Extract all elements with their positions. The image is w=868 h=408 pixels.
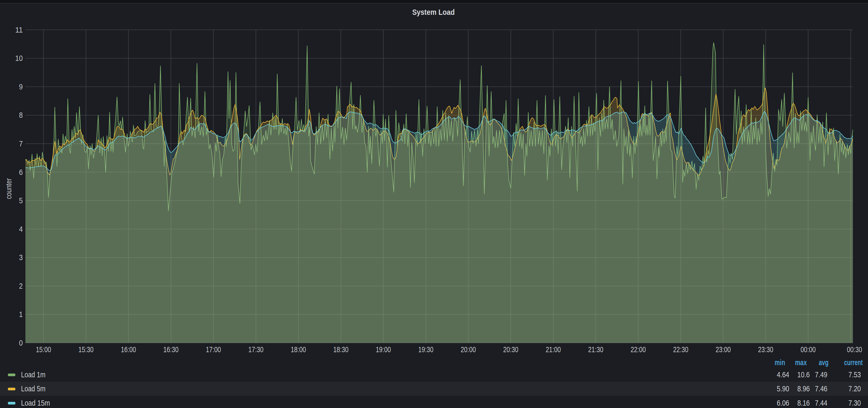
svg-text:2: 2 [19,282,23,290]
svg-text:16:30: 16:30 [163,345,179,354]
svg-text:7.53: 7.53 [848,370,861,379]
svg-text:22:30: 22:30 [673,345,688,354]
svg-text:counter: counter [4,178,13,199]
svg-text:7.20: 7.20 [848,384,861,393]
svg-text:4.64: 4.64 [777,370,789,379]
svg-text:10.6: 10.6 [797,370,810,379]
svg-text:6.06: 6.06 [777,399,789,407]
svg-text:9: 9 [19,82,23,91]
svg-text:7.46: 7.46 [815,384,828,393]
svg-text:10: 10 [16,54,23,62]
svg-text:Load 5m: Load 5m [21,384,45,393]
svg-text:3: 3 [19,253,23,262]
svg-text:7.30: 7.30 [848,399,861,407]
svg-text:System Load: System Load [412,8,455,16]
svg-text:current: current [844,358,863,367]
svg-text:19:00: 19:00 [376,345,391,354]
svg-text:15:00: 15:00 [36,345,51,354]
svg-text:22:00: 22:00 [631,345,646,354]
svg-text:7.49: 7.49 [815,370,828,379]
svg-text:avg: avg [819,358,829,367]
svg-text:5.90: 5.90 [777,384,789,393]
svg-text:00:00: 00:00 [801,345,815,354]
svg-text:Load 1m: Load 1m [21,370,45,379]
svg-text:17:00: 17:00 [206,345,221,354]
svg-text:7.44: 7.44 [815,399,828,407]
svg-text:19:30: 19:30 [418,345,433,354]
svg-text:16:00: 16:00 [121,345,136,354]
svg-text:15:30: 15:30 [79,345,93,354]
svg-text:6: 6 [19,168,23,176]
svg-text:5: 5 [19,196,23,205]
svg-text:23:00: 23:00 [715,345,731,354]
svg-text:21:00: 21:00 [546,345,561,354]
svg-text:Load 15m: Load 15m [21,399,50,407]
svg-text:1: 1 [19,310,23,318]
svg-text:18:30: 18:30 [333,345,348,354]
svg-text:min: min [775,358,785,367]
svg-text:0: 0 [19,339,23,347]
svg-text:8.96: 8.96 [797,384,810,393]
svg-text:8: 8 [19,111,23,119]
svg-text:11: 11 [16,26,23,34]
svg-text:max: max [795,358,807,367]
svg-text:21:30: 21:30 [588,345,603,354]
svg-text:8.16: 8.16 [797,399,810,407]
svg-text:00:30: 00:30 [847,345,862,354]
svg-text:4: 4 [19,225,23,233]
svg-text:23:30: 23:30 [758,345,773,354]
svg-text:17:30: 17:30 [248,345,264,354]
svg-text:7: 7 [19,139,23,148]
svg-text:18:00: 18:00 [291,345,306,354]
svg-text:20:30: 20:30 [503,345,518,354]
svg-text:20:00: 20:00 [461,345,476,354]
